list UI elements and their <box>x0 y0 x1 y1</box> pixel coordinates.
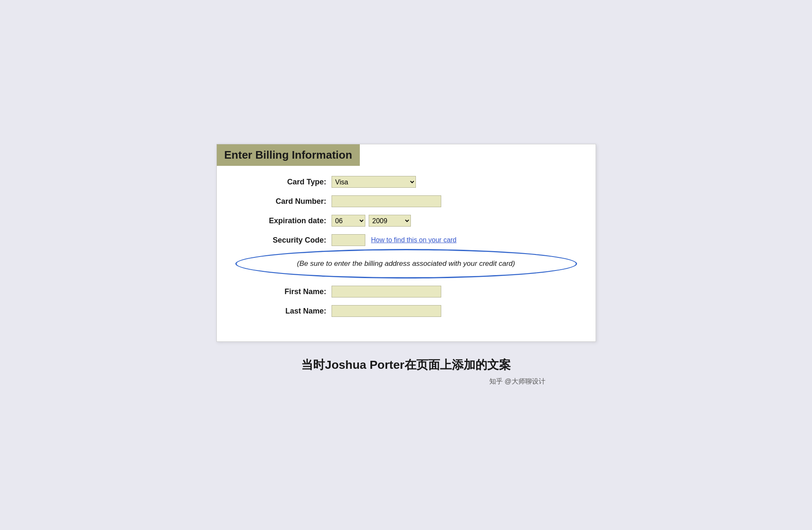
first-name-input[interactable] <box>332 286 441 297</box>
form-body: Card Type: Visa MasterCard American Expr… <box>217 176 596 317</box>
last-name-label: Last Name: <box>234 307 326 316</box>
card-number-input[interactable] <box>332 195 441 207</box>
form-header: Enter Billing Information <box>217 144 360 166</box>
security-code-row: Security Code: How to find this on your … <box>234 234 579 246</box>
security-code-input[interactable] <box>332 234 365 246</box>
billing-notice-container: (Be sure to enter the billing address as… <box>246 254 566 274</box>
last-name-input[interactable] <box>332 305 441 317</box>
expiration-row: Expiration date: 01 02 03 04 05 06 07 08… <box>234 215 579 227</box>
expiration-year-select[interactable]: 2008 2009 2010 2011 2012 2013 2014 <box>369 215 411 227</box>
expiration-label: Expiration date: <box>234 216 326 225</box>
form-title: Enter Billing Information <box>224 149 352 161</box>
last-name-row: Last Name: <box>234 305 579 317</box>
card-number-row: Card Number: <box>234 195 579 207</box>
caption-area: 当时Joshua Porter在页面上添加的文案 知乎 @大师聊设计 <box>216 357 596 386</box>
card-type-label: Card Type: <box>234 178 326 187</box>
security-help-link[interactable]: How to find this on your card <box>371 236 457 244</box>
expiration-month-select[interactable]: 01 02 03 04 05 06 07 08 09 10 11 12 <box>332 215 365 227</box>
first-name-label: First Name: <box>234 287 326 296</box>
caption-sub-text: 知乎 @大师聊设计 <box>216 377 596 386</box>
main-container: Enter Billing Information Card Type: Vis… <box>216 144 596 386</box>
form-card: Enter Billing Information Card Type: Vis… <box>216 144 596 342</box>
security-code-label: Security Code: <box>234 236 326 245</box>
card-type-row: Card Type: Visa MasterCard American Expr… <box>234 176 579 188</box>
caption-main-text: 当时Joshua Porter在页面上添加的文案 <box>216 357 596 373</box>
card-number-label: Card Number: <box>234 197 326 206</box>
billing-notice-text: (Be sure to enter the billing address as… <box>272 254 540 274</box>
first-name-row: First Name: <box>234 286 579 297</box>
card-type-select[interactable]: Visa MasterCard American Express Discove… <box>332 176 416 188</box>
